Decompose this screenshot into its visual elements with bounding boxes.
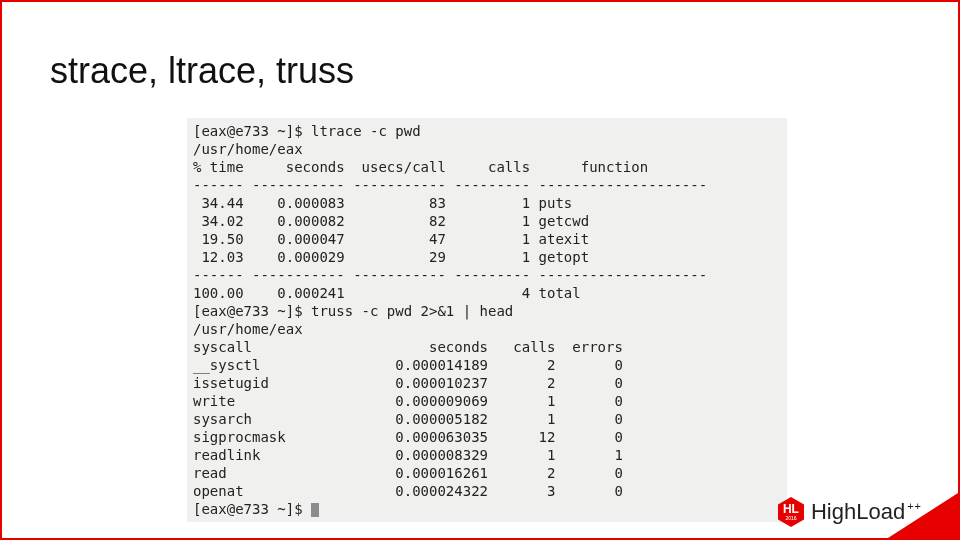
- term-line: sigprocmask 0.000063035 12 0: [193, 429, 623, 445]
- term-line: 100.00 0.000241 4 total: [193, 285, 581, 301]
- term-line: issetugid 0.000010237 2 0: [193, 375, 623, 391]
- slide: strace, ltrace, truss [eax@e733 ~]$ ltra…: [0, 0, 960, 540]
- highload-logo: HL 2016 HighLoad++: [777, 496, 922, 528]
- logo-letters: HL: [777, 502, 805, 516]
- terminal-output: [eax@e733 ~]$ ltrace -c pwd /usr/home/ea…: [187, 118, 787, 522]
- logo-plusplus: ++: [907, 500, 922, 512]
- term-line: syscall seconds calls errors: [193, 339, 623, 355]
- term-line: 34.44 0.000083 83 1 puts: [193, 195, 572, 211]
- term-line: [eax@e733 ~]$ ltrace -c pwd: [193, 123, 421, 139]
- term-line: openat 0.000024322 3 0: [193, 483, 623, 499]
- cursor-icon: [311, 503, 319, 517]
- term-line: read 0.000016261 2 0: [193, 465, 623, 481]
- term-line: 19.50 0.000047 47 1 atexit: [193, 231, 589, 247]
- term-line: 12.03 0.000029 29 1 getopt: [193, 249, 589, 265]
- logo-word-light: High: [811, 499, 856, 525]
- term-line: % time seconds usecs/call calls function: [193, 159, 648, 175]
- highload-hex-icon: HL 2016: [777, 496, 805, 528]
- term-line: sysarch 0.000005182 1 0: [193, 411, 623, 427]
- logo-year: 2016: [777, 515, 805, 521]
- term-prompt: [eax@e733 ~]$: [193, 501, 311, 517]
- term-line: /usr/home/eax: [193, 321, 303, 337]
- term-line: 34.02 0.000082 82 1 getcwd: [193, 213, 589, 229]
- term-line: /usr/home/eax: [193, 141, 303, 157]
- logo-word: HighLoad++: [811, 499, 922, 525]
- term-line: readlink 0.000008329 1 1: [193, 447, 623, 463]
- logo-word-bold: Load: [856, 499, 905, 525]
- term-line: ------ ----------- ----------- ---------…: [193, 177, 707, 193]
- term-line: ------ ----------- ----------- ---------…: [193, 267, 707, 283]
- term-line: __sysctl 0.000014189 2 0: [193, 357, 623, 373]
- slide-title: strace, ltrace, truss: [50, 50, 354, 92]
- term-line: [eax@e733 ~]$ truss -c pwd 2>&1 | head: [193, 303, 513, 319]
- term-line: write 0.000009069 1 0: [193, 393, 623, 409]
